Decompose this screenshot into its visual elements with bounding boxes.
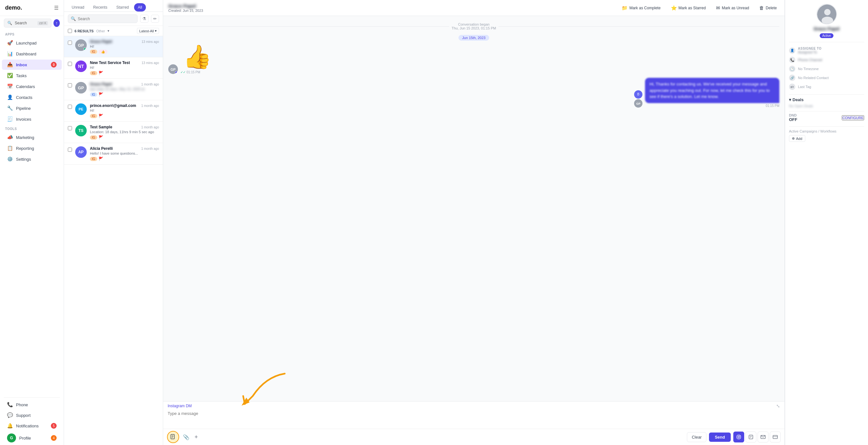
send-button[interactable]: Send — [709, 433, 731, 442]
canned-response-button[interactable] — [167, 431, 179, 443]
results-type: Other — [96, 29, 105, 33]
message-input[interactable] — [163, 409, 784, 428]
inbox-search-box[interactable]: 🔍 — [68, 14, 137, 23]
chat-header: Grace Papel Created: Jun 15, 2023 📁 Mark… — [163, 0, 784, 16]
inbox-search-input[interactable] — [78, 17, 135, 21]
sidebar-item-calendars[interactable]: 📅 Calendars — [2, 81, 62, 92]
phone-channel-item: 📞 Phone Channel — [789, 55, 864, 64]
hamburger-icon[interactable]: ☰ — [54, 5, 59, 11]
search-icon: 🔍 — [71, 16, 76, 21]
support-icon: 💬 — [7, 412, 13, 418]
send-email-button[interactable] — [757, 432, 769, 442]
settings-icon: ⚙️ — [7, 156, 13, 162]
deals-section: ▾ Deals No Open Deals — [789, 94, 864, 108]
created-date: Jun 15, 2023 — [183, 9, 203, 12]
sidebar-item-marketing[interactable]: 📣 Marketing — [2, 132, 62, 143]
sidebar-item-launchpad[interactable]: 🚀 Launchpad — [2, 38, 62, 48]
conv-checkbox[interactable] — [68, 83, 72, 87]
tab-all[interactable]: All — [134, 3, 146, 11]
conversation-item[interactable]: GP Grace Papel 13 mins ago Hi! IG 👍 — [64, 36, 163, 57]
expand-icon[interactable]: ⤡ — [776, 404, 780, 409]
conv-checkbox[interactable] — [68, 62, 72, 66]
sidebar: demo. ☰ 🔍 Search ctrl K ↑ Apps 🚀 Launchp… — [0, 0, 64, 445]
sidebar-item-contacts[interactable]: 👤 Contacts — [2, 92, 62, 102]
sidebar-item-label: Inbox — [16, 62, 27, 67]
select-all-checkbox[interactable] — [68, 29, 72, 33]
conv-tag: IG — [90, 92, 97, 97]
conv-name: New Test Service Test — [90, 60, 130, 65]
sidebar-item-pipeline[interactable]: 🔧 Pipeline — [2, 103, 62, 113]
chat-created: Created: Jun 15, 2023 — [168, 9, 203, 12]
svg-rect-20 — [773, 436, 777, 439]
inbox-list: Unread Recents Starred All 🔍 ⚗ ✏ 6 RESUL… — [64, 0, 163, 445]
conversation-item[interactable]: TS Test Sample 1 month ago Location: 18 … — [64, 122, 163, 143]
more-actions-button[interactable] — [770, 432, 781, 442]
svg-text:GP: GP — [78, 86, 84, 90]
sidebar-item-dashboard[interactable]: 📊 Dashboard — [2, 49, 62, 59]
sender-avatars: B GP — [634, 90, 643, 108]
dnd-info: DND OFF — [789, 113, 797, 122]
conv-checkbox[interactable] — [68, 105, 72, 109]
configure-button[interactable]: CONFIGURE — [842, 115, 864, 120]
sidebar-item-inbox[interactable]: 📥 Inbox 0 — [2, 60, 62, 70]
chat-input-toolbar: 📎 + Clear Send — [163, 429, 784, 445]
related-contact-icon: 🔗 — [789, 75, 795, 81]
sidebar-item-phone[interactable]: 📞 Phone — [2, 399, 62, 410]
sidebar-item-label: Launchpad — [16, 41, 36, 46]
time-text: 01:15 PM — [187, 70, 200, 74]
instagram-action-button[interactable] — [733, 432, 744, 442]
sidebar-item-reporting[interactable]: 📋 Reporting — [2, 143, 62, 153]
sidebar-item-settings[interactable]: ⚙️ Settings — [2, 154, 62, 164]
flag-icon: 🚩 — [98, 156, 103, 161]
active-campaigns-label: Active Campaigns / Workflows — [789, 129, 864, 133]
mail-icon: ✉ — [716, 5, 720, 11]
mark-complete-button[interactable]: 📁 Mark as Complete — [619, 4, 663, 12]
delete-button[interactable]: 🗑 Delete — [757, 4, 779, 12]
check-icon: ✓✓ — [181, 70, 186, 74]
conversation-began-date: Thu, Jun 15 2023, 01:15 PM — [452, 26, 496, 30]
sidebar-item-invoices[interactable]: 🧾 Invoices — [2, 114, 62, 124]
tools-section-label: Tools — [0, 124, 64, 132]
sidebar-search-area: 🔍 Search ctrl K ↑ — [0, 16, 64, 30]
tab-recents[interactable]: Recents — [89, 3, 111, 11]
sidebar-item-support[interactable]: 💬 Support — [2, 410, 62, 420]
last-tag-item: 🏷 Last Tag — [789, 82, 864, 91]
conv-preview: Hi! — [90, 66, 159, 69]
conversation-item[interactable]: AP Alicia Perelli 1 month ago Hello! I h… — [64, 143, 163, 165]
conv-name: Test Sample — [90, 125, 112, 129]
contact-name: Grace Papel — [814, 26, 839, 31]
conv-avatar: TS — [75, 125, 87, 137]
tab-unread[interactable]: Unread — [68, 3, 88, 11]
chat-input-label: Instagram DM ⤡ — [163, 402, 784, 409]
conversation-item[interactable]: NT New Test Service Test 13 mins ago Hi!… — [64, 57, 163, 79]
add-button[interactable]: + — [193, 433, 199, 442]
conversation-item[interactable]: PE prince.enorri@gmail.com 1 month ago H… — [64, 100, 163, 122]
conv-time: 13 mins ago — [142, 40, 159, 43]
search-button[interactable]: 🔍 Search ctrl K — [4, 19, 52, 28]
attachment-button[interactable]: 📎 — [182, 433, 191, 442]
conv-body: New Test Service Test 13 mins ago Hi! IG… — [90, 60, 159, 75]
sidebar-item-profile[interactable]: G Profile 4 — [2, 431, 62, 445]
dnd-section: DND OFF CONFIGURE — [789, 111, 864, 124]
upgrade-button[interactable]: ↑ — [54, 19, 60, 27]
conv-tag: IG — [90, 136, 97, 140]
filter-icon-button[interactable]: ⚗ — [140, 15, 149, 23]
sidebar-item-tasks[interactable]: ✅ Tasks — [2, 70, 62, 81]
clear-button[interactable]: Clear — [687, 432, 707, 442]
conv-checkbox[interactable] — [68, 148, 72, 152]
conversation-item[interactable]: GP Grace Papel 1 month ago last reply 15… — [64, 79, 163, 100]
mark-unread-button[interactable]: ✉ Mark as Unread — [713, 4, 751, 12]
conv-checkbox[interactable] — [68, 126, 72, 130]
tab-starred[interactable]: Starred — [112, 3, 132, 11]
deals-header: ▾ Deals — [789, 97, 864, 102]
assignee-item: 👤 ASSIGNEE TO Assigned To — [789, 46, 864, 55]
note-action-button[interactable] — [745, 432, 756, 442]
compose-icon-button[interactable]: ✏ — [151, 15, 159, 23]
search-label: Search — [15, 21, 27, 25]
mark-starred-button[interactable]: ⭐ Mark as Starred — [669, 4, 708, 12]
sidebar-item-notifications[interactable]: 🔔 Notifications 5 — [2, 421, 62, 431]
sort-dropdown[interactable]: Latest-All ▾ — [137, 28, 159, 34]
message-time: ✓✓ 01:15 PM — [181, 70, 214, 74]
add-campaign-button[interactable]: ⊕ Add — [789, 135, 805, 142]
conv-checkbox[interactable] — [68, 41, 72, 45]
